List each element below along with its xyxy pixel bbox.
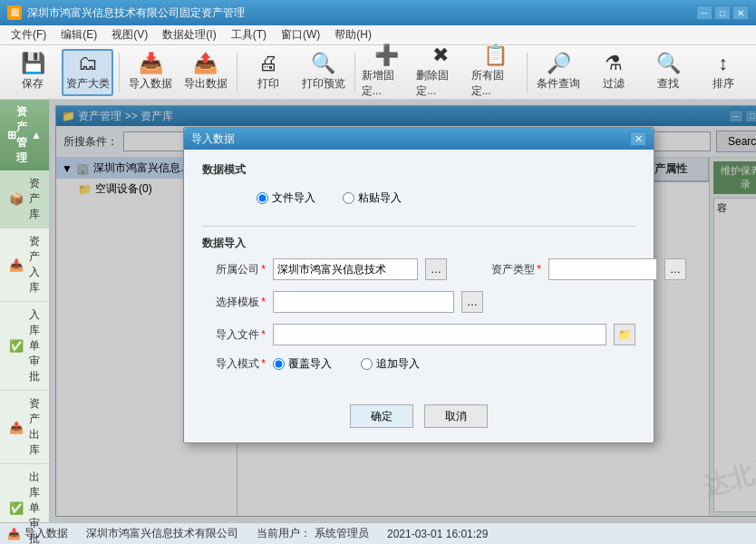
toolbar-find[interactable]: 🔍 查找: [643, 49, 693, 96]
toolbar-find-label: 查找: [657, 76, 679, 92]
toolbar-all-assets[interactable]: 📋 所有固定...: [470, 49, 521, 96]
toolbar-save[interactable]: 💾 保存: [7, 49, 58, 96]
asset-type-input[interactable]: [548, 258, 657, 280]
sidebar-item-asset-out-label: 资产出库: [29, 396, 40, 458]
asset-type-browse-button[interactable]: …: [664, 258, 686, 280]
status-import-label: 导入数据: [24, 526, 68, 541]
toolbar-query-label: 条件查询: [537, 76, 580, 92]
radio-paste-input[interactable]: [343, 192, 354, 204]
toolbar-filter[interactable]: ⚗ 过滤: [588, 49, 639, 96]
toolbar-asset-category[interactable]: 🗂 资产大类: [62, 49, 113, 96]
toolbar-sort[interactable]: ↕ 排序: [698, 49, 749, 96]
sidebar-item-in-approval[interactable]: ✅ 入库单审批: [0, 302, 49, 391]
toolbar-sep-2: [237, 53, 237, 92]
status-datetime-value: 2021-03-01 16:01:29: [387, 528, 488, 540]
toolbar-sort-label: 排序: [712, 76, 734, 92]
toolbar-print-preview-label: 打印预览: [302, 76, 345, 92]
filter-icon: ⚗: [605, 53, 623, 73]
sidebar-collapse-button[interactable]: ▲: [31, 129, 42, 141]
confirm-button[interactable]: 确定: [350, 404, 413, 428]
toolbar-save-label: 保存: [22, 76, 44, 92]
form-divider-1: [202, 226, 635, 227]
form-row-import-mode: 导入模式 覆盖导入 追加导入: [202, 356, 635, 372]
menu-data[interactable]: 数据处理(I): [155, 25, 223, 44]
radio-overwrite[interactable]: 覆盖导入: [273, 356, 332, 372]
app-title: 深圳市鸿富兴信息技术有限公司固定资产管理: [27, 5, 245, 21]
modal-close-button[interactable]: ✕: [630, 131, 646, 146]
cancel-button[interactable]: 取消: [424, 404, 488, 428]
import-mode-label: 导入模式: [202, 356, 266, 372]
title-bar-controls: ─ □ ✕: [696, 5, 749, 20]
menu-edit[interactable]: 编辑(E): [53, 25, 104, 44]
toolbar-filter-label: 过滤: [603, 76, 625, 92]
radio-overwrite-label: 覆盖导入: [288, 356, 332, 372]
main-area: ⊞ 资产管理 ▲ 📦 资产库 📥 资产入库 ✅ 入库单审批 📤 资产出库 ✅ 出…: [0, 100, 756, 522]
radio-append[interactable]: 追加导入: [361, 356, 420, 372]
company-browse-button[interactable]: …: [425, 258, 447, 280]
toolbar-asset-category-label: 资产大类: [66, 76, 110, 92]
sidebar-item-asset-in-label: 资产入库: [29, 234, 40, 296]
sidebar-header-icon: ⊞: [7, 129, 16, 141]
toolbar-delete-asset-label: 删除固定...: [416, 68, 465, 99]
menu-help[interactable]: 帮助(H): [327, 25, 379, 44]
all-assets-icon: 📋: [483, 45, 508, 65]
form-row-company: 所属公司 … 资产类型 …: [202, 258, 635, 280]
import-data-modal: 导入数据 ✕ 数据模式 文件导入 粘贴导入: [183, 127, 654, 443]
toolbar-print[interactable]: 🖨 打印: [243, 49, 294, 96]
modal-mode-radio-group: 文件导入 粘贴导入: [202, 185, 635, 211]
export-icon: 📤: [193, 53, 218, 73]
sort-icon: ↕: [718, 53, 728, 73]
file-input[interactable]: [273, 324, 606, 345]
toolbar-print-preview[interactable]: 🔍 打印预览: [297, 49, 348, 96]
find-icon: 🔍: [656, 53, 681, 73]
modal-footer: 确定 取消: [184, 395, 654, 442]
radio-overwrite-input[interactable]: [273, 358, 285, 370]
status-company: 深圳市鸿富兴信息技术有限公司: [86, 526, 238, 541]
status-bar: 📥 导入数据 深圳市鸿富兴信息技术有限公司 当前用户： 系统管理员 2021-0…: [0, 522, 756, 544]
asset-type-label: 资产类型: [469, 262, 541, 277]
modal-mode-section-title: 数据模式: [202, 162, 635, 178]
radio-paste-label: 粘贴导入: [358, 190, 402, 206]
radio-file-import[interactable]: 文件导入: [257, 190, 315, 206]
toolbar-sep-3: [354, 53, 355, 92]
toolbar-import[interactable]: 📥 导入数据: [125, 49, 176, 96]
sidebar: ⊞ 资产管理 ▲ 📦 资产库 📥 资产入库 ✅ 入库单审批 📤 资产出库 ✅ 出…: [0, 100, 50, 522]
modal-overlay: 导入数据 ✕ 数据模式 文件导入 粘贴导入: [50, 100, 756, 522]
content-area: 📁 资产管理 >> 资产库 ─ □ ✕ 所搜条件： Search ▼: [50, 100, 756, 522]
import-icon: 📥: [139, 53, 163, 73]
sidebar-item-asset-out[interactable]: 📤 资产出库: [0, 391, 49, 464]
status-datetime: 2021-03-01 16:01:29: [387, 528, 488, 540]
status-user: 当前用户： 系统管理员: [257, 526, 369, 541]
toolbar-query[interactable]: 🔎 条件查询: [533, 49, 584, 96]
status-import: 📥 导入数据: [7, 526, 68, 541]
radio-append-input[interactable]: [361, 358, 373, 370]
file-browse-button[interactable]: 📁: [614, 324, 635, 345]
menu-view[interactable]: 视图(V): [104, 25, 155, 44]
toolbar-export[interactable]: 📤 导出数据: [179, 49, 230, 96]
menu-file[interactable]: 文件(F): [4, 25, 53, 44]
company-input[interactable]: [273, 258, 418, 280]
close-button[interactable]: ✕: [732, 5, 749, 20]
template-input[interactable]: [273, 291, 454, 313]
sidebar-item-asset-library[interactable]: 📦 资产库: [0, 170, 49, 228]
menu-tools[interactable]: 工具(T): [224, 25, 274, 44]
toolbar-sep-1: [119, 53, 120, 92]
radio-paste-import[interactable]: 粘贴导入: [343, 190, 402, 206]
sidebar-item-asset-in[interactable]: 📥 资产入库: [0, 228, 49, 302]
minimize-button[interactable]: ─: [696, 5, 712, 20]
template-browse-button[interactable]: …: [461, 291, 483, 313]
print-preview-icon: 🔍: [311, 53, 335, 73]
toolbar-import-label: 导入数据: [129, 76, 172, 92]
template-label: 选择模板: [202, 295, 266, 310]
out-approval-icon: ✅: [9, 501, 24, 515]
add-icon: ➕: [374, 45, 399, 65]
toolbar-delete-asset[interactable]: ✖ 删除固定...: [415, 49, 466, 96]
toolbar-add-asset[interactable]: ➕ 新增固定...: [361, 49, 412, 96]
radio-file-input[interactable]: [257, 192, 268, 204]
asset-library-icon: 📦: [9, 192, 24, 206]
menu-window[interactable]: 窗口(W): [274, 25, 327, 44]
in-approval-icon: ✅: [9, 339, 24, 353]
form-row-file: 导入文件 📁: [202, 324, 635, 345]
radio-append-label: 追加导入: [376, 356, 420, 372]
maximize-button[interactable]: □: [714, 5, 731, 20]
